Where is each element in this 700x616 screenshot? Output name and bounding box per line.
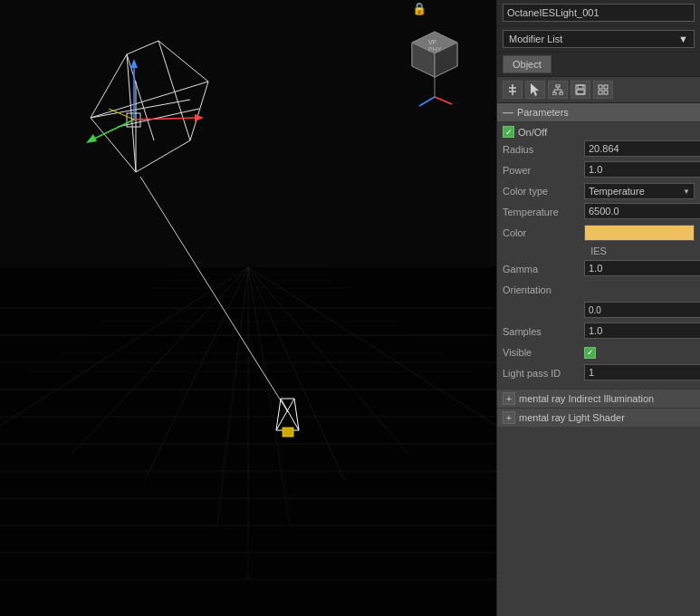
temperature-label: Temperature <box>503 207 584 217</box>
color-type-value: Temperature <box>589 186 645 197</box>
right-panel: Modifier List ▼ Object — Parameters <box>496 0 700 616</box>
modifier-list-arrow: ▼ <box>678 34 688 44</box>
onoff-checkbox[interactable] <box>503 126 514 138</box>
modifier-list-bar: Modifier List ▼ <box>497 26 700 53</box>
color-type-dropdown[interactable]: Temperature ▼ <box>584 183 695 199</box>
radius-label: Radius <box>503 144 584 155</box>
svg-rect-87 <box>604 85 608 89</box>
samples-spinner: ▲ ▼ <box>584 322 700 341</box>
svg-rect-76 <box>556 84 560 87</box>
onoff-label: On/Off <box>518 127 547 138</box>
orientation-spinners: ▲ ▼ ▲ ▼ <box>584 302 700 320</box>
mental-ray-shader-label: mental ray Light Shader <box>519 412 625 423</box>
svg-rect-77 <box>552 92 556 95</box>
expand-icon-1: + <box>503 392 515 405</box>
color-type-arrow: ▼ <box>683 188 690 196</box>
parameters-section: — Parameters On/Off Radius ▲ ▼ <box>497 103 700 616</box>
svg-text:VF: VF <box>428 39 436 45</box>
cursor-icon[interactable] <box>525 81 545 99</box>
pin-icon[interactable] <box>503 81 523 99</box>
orientation-label: Orientation <box>503 284 584 295</box>
power-input[interactable] <box>584 161 700 178</box>
save-icon[interactable] <box>571 81 590 99</box>
radius-input[interactable] <box>584 140 700 157</box>
visible-label: Visible <box>503 347 584 358</box>
mental-ray-shader-header[interactable]: + mental ray Light Shader <box>497 409 700 427</box>
orientation-x-spinner: ▲ ▼ <box>584 302 700 320</box>
mental-ray-shader-section: + mental ray Light Shader <box>497 408 700 427</box>
light-pass-id-spinner: ▲ ▼ <box>584 364 700 382</box>
gamma-row: Gamma ▲ ▼ <box>503 260 695 278</box>
gamma-label: Gamma <box>503 264 584 274</box>
ies-label: IES <box>503 245 695 256</box>
object-button[interactable]: Object <box>503 55 551 73</box>
temperature-row: Temperature ▲ ▼ <box>503 203 695 221</box>
visible-checkbox[interactable] <box>584 347 596 359</box>
parameters-header[interactable]: — Parameters <box>497 103 700 122</box>
power-spinner: ▲ ▼ <box>584 161 700 179</box>
visible-row: Visible <box>503 343 695 361</box>
color-type-label: Color type <box>503 186 584 197</box>
modifier-list-label: Modifier List <box>509 34 562 44</box>
mental-ray-indirect-section: + mental ray Indirect Illumination <box>497 389 700 408</box>
light-pass-id-input[interactable] <box>584 364 700 380</box>
color-label: Color <box>503 227 584 238</box>
viewport[interactable]: + [ Perspective ] [ Realistic ] <box>0 0 496 616</box>
samples-row: Samples ▲ ▼ <box>503 322 695 341</box>
power-row: Power ▲ ▼ <box>503 161 695 179</box>
mental-ray-indirect-header[interactable]: + mental ray Indirect Illumination <box>497 390 700 408</box>
svg-rect-88 <box>599 91 602 94</box>
svg-marker-75 <box>531 83 539 96</box>
expand-icon-2: + <box>503 411 515 424</box>
color-type-row: Color type Temperature ▼ <box>503 182 695 200</box>
radius-spinner: ▲ ▼ <box>584 140 700 159</box>
object-name-input[interactable] <box>503 4 695 22</box>
mental-ray-indirect-label: mental ray Indirect Illumination <box>519 393 654 404</box>
svg-rect-89 <box>604 91 608 94</box>
svg-rect-61 <box>283 428 293 437</box>
toolbar-icons <box>497 77 700 103</box>
parameters-collapse-icon: — <box>503 106 513 119</box>
samples-label: Samples <box>503 326 584 337</box>
svg-rect-85 <box>577 90 584 94</box>
svg-rect-84 <box>578 85 583 89</box>
object-name-bar <box>497 0 700 26</box>
radius-row: Radius ▲ ▼ <box>503 140 695 159</box>
modifier-list-dropdown[interactable]: Modifier List ▼ <box>503 30 695 48</box>
temperature-input[interactable] <box>584 203 700 219</box>
light-pass-id-label: Light pass ID <box>503 368 584 379</box>
orientation-label-row: Orientation <box>503 281 695 299</box>
gamma-input[interactable] <box>584 260 700 276</box>
color-row: Color <box>503 224 695 242</box>
object-button-bar: Object <box>497 53 700 77</box>
power-label: Power <box>503 165 584 176</box>
hierarchy-icon[interactable] <box>548 81 568 99</box>
orientation-x-input[interactable] <box>584 302 700 318</box>
parameters-title: Parameters <box>517 107 569 118</box>
svg-text:🔒: 🔒 <box>412 1 427 16</box>
svg-rect-78 <box>560 92 563 95</box>
samples-input[interactable] <box>584 322 700 339</box>
viewport-canvas: VF PHY 🔒 <box>0 0 496 616</box>
svg-rect-86 <box>599 85 602 89</box>
onoff-row: On/Off <box>503 126 695 138</box>
color-swatch[interactable] <box>584 225 695 241</box>
svg-text:PHY: PHY <box>428 46 442 53</box>
temperature-spinner: ▲ ▼ <box>584 203 700 221</box>
light-pass-id-row: Light pass ID ▲ ▼ <box>503 364 695 382</box>
gamma-spinner: ▲ ▼ <box>584 260 700 278</box>
orientation-row: ▲ ▼ ▲ ▼ <box>503 302 695 320</box>
parameters-body: On/Off Radius ▲ ▼ Power <box>497 122 700 389</box>
grid-icon[interactable] <box>593 81 613 99</box>
